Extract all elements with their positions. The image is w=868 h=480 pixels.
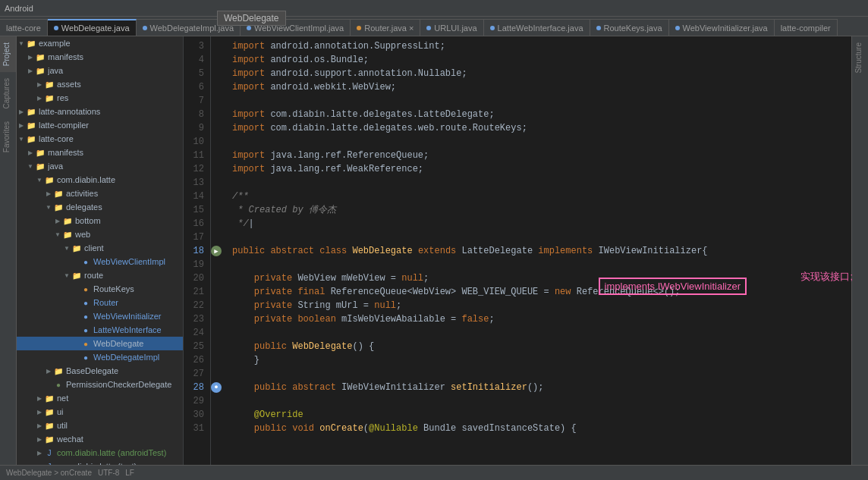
sidebar-latte-core[interactable]: ▼ 📁 latte-core	[17, 132, 183, 146]
code-line-20: private WebView mWebView = null;	[232, 271, 845, 285]
sidebar-latte-compiler[interactable]: ▶ 📁 latte-compiler	[17, 118, 183, 132]
sidebar-manifests[interactable]: ▶ 📁 manifests	[17, 50, 183, 64]
sidebar-webdelegateimpl[interactable]: ● WebDelegateImpl	[17, 350, 183, 364]
tab-label: URLUI.java	[434, 24, 476, 33]
sidebar-java[interactable]: ▶ 📁 java	[17, 64, 183, 77]
arrow-icon: ▶	[17, 107, 26, 116]
sidebar-item-label: example	[39, 39, 180, 48]
sidebar-router[interactable]: ● Router	[17, 296, 183, 309]
sidebar-bottom[interactable]: ▶ 📁 bottom	[17, 214, 183, 227]
sidebar-item-label: WebViewInitializer	[93, 312, 180, 321]
arrow-icon	[71, 298, 80, 307]
tab-latte-compiler[interactable]: latte-compiler	[775, 19, 838, 36]
tab-latte-core[interactable]: latte-core	[0, 19, 48, 36]
sidebar-net[interactable]: ▶ 📁 net	[17, 391, 183, 405]
arrow-icon	[71, 257, 80, 266]
class-icon: ●	[80, 256, 91, 267]
sidebar-com-diabin-latte[interactable]: ▼ 📁 com.diabin.latte	[17, 173, 183, 187]
arrow-icon	[71, 353, 80, 362]
sidebar-activities[interactable]: ▶ 📁 activities	[17, 187, 183, 200]
sidebar-item-label: com.diabin.latte (androidTest)	[57, 448, 180, 457]
sidebar-wechat[interactable]: ▶ 📁 wechat	[17, 432, 183, 446]
sidebar-ui[interactable]: ▶ 📁 ui	[17, 405, 183, 419]
code-line-7	[232, 94, 845, 108]
tab-label: Router.java ×	[364, 24, 414, 33]
tab-dot	[143, 26, 147, 30]
sidebar-routekeys[interactable]: ● RouteKeys	[17, 282, 183, 296]
tab-webviewclientimpl[interactable]: WebViewClientImpl.java	[241, 19, 351, 36]
sidebar[interactable]: ▼ 📁 example ▶ 📁 manifests ▶ 📁 java ▶ 📁 a…	[17, 36, 184, 465]
tab-webviewinitializer[interactable]: WebViewInitializer.java	[669, 19, 775, 36]
code-content[interactable]: import android.annotation.SuppressLint; …	[226, 36, 851, 465]
sidebar-util[interactable]: ▶ 📁 util	[17, 419, 183, 432]
tabs-row: latte-core WebDelegate.java WebDelegateI…	[0, 17, 868, 36]
run-gutter-icon[interactable]: ▶	[211, 246, 222, 256]
sidebar-lattewebinterface[interactable]: ● LatteWebInterface	[17, 323, 183, 337]
vtab-captures[interactable]: Captures	[0, 72, 16, 115]
sidebar-webviewclientimpl[interactable]: ● WebViewClientImpl	[17, 255, 183, 268]
tab-lattewebinterface[interactable]: LatteWebInterface.java	[484, 19, 590, 36]
vtab-favorites[interactable]: Favorites	[0, 115, 16, 158]
code-line-16: */|	[232, 217, 845, 231]
sidebar-item-label: latte-annotations	[39, 107, 180, 116]
arrow-icon: ▶	[26, 52, 35, 61]
code-line-3: import android.annotation.SuppressLint;	[232, 39, 845, 53]
arrow-icon: ▶	[26, 66, 35, 75]
sidebar-project-root[interactable]: ▼ 📁 example	[17, 36, 183, 50]
tab-urlui[interactable]: URLUI.java	[420, 19, 483, 36]
tab-label: WebViewInitializer.java	[683, 24, 768, 33]
sidebar-permissionchecker[interactable]: ● PermissionCheckerDelegate	[17, 378, 183, 391]
sidebar-item-label: delegates	[66, 202, 180, 212]
code-line-15: * Created by 傅令杰	[232, 203, 845, 217]
sidebar-latte-annotations[interactable]: ▶ 📁 latte-annotations	[17, 105, 183, 118]
code-line-11: import java.lang.ref.ReferenceQueue;	[232, 149, 845, 162]
left-vtabs: Project Captures Favorites	[0, 36, 17, 465]
tab-label: latte-core	[6, 24, 41, 33]
sidebar-delegates[interactable]: ▼ 📁 delegates	[17, 200, 183, 214]
tab-label: latte-compiler	[781, 24, 831, 33]
sidebar-item-label: WebDelegateImpl	[93, 353, 180, 362]
sidebar-webviewinitializer[interactable]: ● WebViewInitializer	[17, 309, 183, 323]
sidebar-web[interactable]: ▼ 📁 web	[17, 227, 183, 241]
code-line-9: import com.diabin.latte.delegates.web.ro…	[232, 121, 845, 135]
bottom-lf: LF	[125, 469, 134, 477]
folder-icon: 📁	[53, 188, 64, 199]
sidebar-lc-java[interactable]: ▼ 📁 java	[17, 159, 183, 173]
sidebar-item-label: latte-core	[39, 134, 180, 143]
code-line-30: @Override	[232, 408, 845, 422]
vtab-project[interactable]: Project	[0, 36, 16, 72]
sidebar-test[interactable]: ▶ J com.diabin.latte (test)	[17, 460, 183, 465]
sidebar-route[interactable]: ▼ 📁 route	[17, 268, 183, 282]
tab-routekeys[interactable]: RouteKeys.java	[590, 19, 669, 36]
folder-icon: 📁	[26, 120, 36, 130]
sidebar-assets[interactable]: ▶ 📁 assets	[17, 77, 183, 91]
sidebar-lc-manifests[interactable]: ▶ 📁 manifests	[17, 146, 183, 159]
folder-icon: 📁	[44, 174, 55, 185]
sidebar-item-label: wechat	[57, 435, 180, 444]
sidebar-client[interactable]: ▼ 📁 client	[17, 241, 183, 255]
tab-router[interactable]: Router.java ×	[351, 19, 420, 36]
bottom-breadcrumb: WebDelegate > onCreate	[6, 469, 92, 477]
arrow-icon: ▶	[35, 80, 44, 89]
sidebar-item-label: route	[84, 271, 180, 280]
folder-icon: 📁	[44, 406, 55, 417]
tab-webdelegateimpl[interactable]: WebDelegateImpl.java	[137, 19, 241, 36]
right-vtabs: Structure	[851, 36, 868, 465]
arrow-icon: ▶	[35, 93, 44, 102]
code-editor[interactable]: 3 4 5 6 7 8 9 10 11 12 13 14 15 16 17 18…	[184, 36, 868, 465]
sidebar-item-label: manifests	[48, 52, 180, 61]
tab-dot	[675, 26, 680, 30]
sidebar-item-label: client	[84, 243, 180, 253]
sidebar-item-label: Router	[93, 298, 180, 307]
tab-webdelegate[interactable]: WebDelegate.java	[48, 19, 137, 36]
app-title: Android	[5, 4, 33, 13]
arrow-icon: ▶	[44, 189, 53, 198]
info-gutter-icon[interactable]: ●	[211, 382, 222, 393]
sidebar-androidtest[interactable]: ▶ J com.diabin.latte (androidTest)	[17, 446, 183, 460]
sidebar-webdelegate[interactable]: ● WebDelegate	[17, 337, 183, 350]
main-area: Project Captures Favorites ▼ 📁 example ▶…	[0, 36, 868, 465]
sidebar-res[interactable]: ▶ 📁 res	[17, 91, 183, 105]
vtab-structure[interactable]: Structure	[852, 36, 868, 80]
sidebar-item-label: net	[57, 394, 180, 403]
sidebar-basedelegate[interactable]: ▶ 📁 BaseDelegate	[17, 364, 183, 378]
